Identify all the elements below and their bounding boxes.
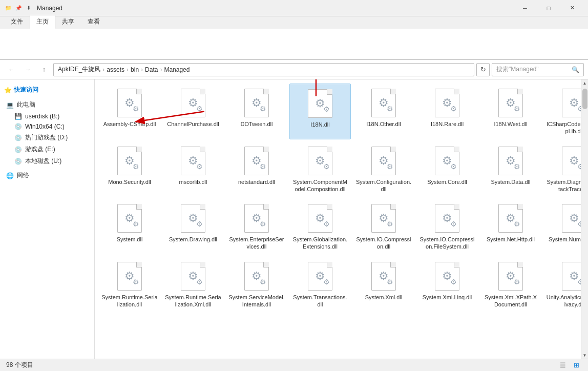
file-name: System.Configuration.dll bbox=[355, 178, 412, 193]
file-item[interactable]: ⚙⚙I18N.Rare.dll bbox=[416, 84, 478, 139]
right-scrollbar[interactable]: ▲ ▼ bbox=[581, 79, 588, 359]
title-bar-controls: ─ □ ✕ bbox=[513, 0, 584, 16]
path-segment-5: Managed bbox=[164, 66, 190, 73]
file-item[interactable]: ⚙⚙DOTween.dll bbox=[226, 84, 287, 139]
minimize-button[interactable]: ─ bbox=[513, 0, 537, 16]
file-icon: ⚙⚙ bbox=[241, 203, 272, 234]
file-item[interactable]: ⚙⚙System.Xml.dll bbox=[353, 257, 414, 313]
computer-icon: 💻 bbox=[6, 101, 14, 109]
file-item[interactable]: ⚙⚙System.Net.Http.dll bbox=[480, 199, 541, 255]
forward-button[interactable]: → bbox=[20, 63, 35, 77]
file-icon: ⚙⚙ bbox=[305, 261, 335, 292]
file-item[interactable]: ⚙⚙System.Configuration.dll bbox=[353, 141, 414, 197]
sidebar-drive-c[interactable]: 💿 Win10x64 (C:) bbox=[0, 121, 94, 132]
file-item[interactable]: ⚙⚙I18N.West.dll bbox=[480, 84, 541, 139]
file-name: Unity.Analytics.DataPrivacy.dll bbox=[546, 294, 581, 308]
file-item[interactable]: ⚙⚙System.Numerics.dll bbox=[543, 199, 581, 255]
file-item[interactable]: ⚙⚙Unity.Analytics.DataPrivacy.dll bbox=[543, 257, 581, 313]
file-icon: ⚙⚙ bbox=[495, 146, 526, 176]
file-name: Assembly-CSharp.dll bbox=[103, 120, 156, 128]
file-name: System.Diagnostics.StackTrace.dll bbox=[546, 178, 581, 193]
tab-share[interactable]: 共享 bbox=[55, 15, 81, 29]
file-name: System.Numerics.dll bbox=[549, 236, 581, 243]
file-name: System.Xml.Linq.dll bbox=[423, 294, 472, 301]
file-item[interactable]: ⚙⚙System.IO.Compression.dll bbox=[353, 199, 414, 255]
drive-d-label: 热门游戏盘 (D:) bbox=[25, 133, 68, 142]
tab-file[interactable]: 文件 bbox=[4, 15, 30, 29]
sidebar-drive-u[interactable]: 💿 本地磁盘 (U:) bbox=[0, 155, 94, 167]
file-icon: ⚙⚙ bbox=[432, 203, 463, 234]
file-name: System.Globalization.Extensions.dll bbox=[292, 236, 348, 251]
tab-view[interactable]: 查看 bbox=[81, 15, 107, 29]
network-label: 网络 bbox=[17, 171, 29, 180]
file-item[interactable]: ⚙⚙System.Diagnostics.StackTrace.dll bbox=[543, 141, 581, 197]
file-item[interactable]: ⚙⚙System.ServiceModel.Internals.dll bbox=[226, 257, 287, 313]
file-item[interactable]: ⚙⚙System.Core.dll bbox=[416, 141, 478, 197]
file-name: System.Runtime.Serialization.Xml.dll bbox=[165, 294, 221, 308]
title-bar-icons: 📁 📌 ⬇ bbox=[4, 4, 33, 12]
up-button[interactable]: ↑ bbox=[37, 63, 51, 77]
file-item[interactable]: ⚙⚙System.IO.Compression.FileSystem.dll bbox=[416, 199, 478, 255]
tab-home[interactable]: 主页 bbox=[30, 15, 55, 29]
address-bar: ← → ↑ ApkIDE_牛旋风 › assets › bin › Data ›… bbox=[0, 60, 588, 79]
file-icon: ⚙⚙ bbox=[495, 203, 526, 234]
file-icon: ⚙⚙ bbox=[178, 146, 208, 176]
address-path[interactable]: ApkIDE_牛旋风 › assets › bin › Data › Manag… bbox=[53, 63, 474, 76]
file-item[interactable]: ⚙⚙ICSharpCode.SharpZipLib.dll bbox=[543, 84, 581, 139]
close-button[interactable]: ✕ bbox=[560, 0, 584, 16]
refresh-button[interactable]: ↻ bbox=[476, 63, 490, 76]
file-item[interactable]: ⚙⚙System.Globalization.Extensions.dll bbox=[289, 199, 351, 255]
file-icon: ⚙⚙ bbox=[114, 146, 145, 176]
file-name: I18N.Rare.dll bbox=[431, 120, 464, 128]
sidebar-this-pc[interactable]: 💻 此电脑 bbox=[0, 98, 94, 111]
file-item[interactable]: ⚙⚙System.Xml.XPath.XDocument.dll bbox=[480, 257, 541, 313]
file-item[interactable]: ⚙⚙System.Drawing.dll bbox=[162, 199, 224, 255]
search-icon: 🔍 bbox=[572, 66, 579, 73]
back-button[interactable]: ← bbox=[4, 63, 18, 77]
file-icon: ⚙⚙ bbox=[432, 261, 463, 292]
file-item[interactable]: ⚙⚙mscorlib.dll bbox=[162, 141, 224, 197]
sidebar-drive-d[interactable]: 💿 热门游戏盘 (D:) bbox=[0, 132, 94, 143]
file-item[interactable]: ⚙⚙netstandard.dll bbox=[226, 141, 287, 197]
file-icon: ⚙⚙ bbox=[368, 203, 399, 234]
file-name: mscorlib.dll bbox=[179, 178, 207, 186]
arrow-icon: ⬇ bbox=[25, 4, 33, 12]
title-bar-title: Managed bbox=[37, 5, 513, 12]
list-view-button[interactable]: ☰ bbox=[557, 360, 569, 371]
file-item[interactable]: ⚙⚙I18N.Other.dll bbox=[353, 84, 414, 139]
file-item[interactable]: ⚙⚙I18N.dll bbox=[289, 84, 351, 139]
file-icon: ⚙⚙ bbox=[495, 261, 526, 292]
file-item[interactable]: ⚙⚙System.Transactions.dll bbox=[289, 257, 351, 313]
file-item[interactable]: ⚙⚙System.EnterpriseServices.dll bbox=[226, 199, 287, 255]
path-sep-1: › bbox=[102, 66, 104, 73]
maximize-button[interactable]: □ bbox=[537, 0, 560, 16]
file-icon: ⚙⚙ bbox=[559, 261, 581, 292]
scrollbar-down-arrow[interactable]: ▼ bbox=[581, 352, 589, 359]
file-item[interactable]: ⚙⚙Assembly-CSharp.dll bbox=[99, 84, 160, 139]
grid-view-button[interactable]: ⊞ bbox=[571, 360, 582, 371]
sidebar-section-quick-access: ⭐ 快速访问 bbox=[0, 84, 94, 96]
file-item[interactable]: ⚙⚙System.Data.dll bbox=[480, 141, 541, 197]
sidebar-network[interactable]: 🌐 网络 bbox=[0, 169, 94, 182]
file-item[interactable]: ⚙⚙System.dll bbox=[99, 199, 160, 255]
search-box[interactable]: 搜索"Managed" 🔍 bbox=[492, 63, 584, 76]
file-item[interactable]: ⚙⚙System.Xml.Linq.dll bbox=[416, 257, 478, 313]
item-count: 98 个项目 bbox=[6, 361, 33, 369]
scrollbar-up-arrow[interactable]: ▲ bbox=[581, 79, 589, 87]
scrollbar-thumb[interactable] bbox=[582, 89, 587, 109]
file-item[interactable]: ⚙⚙ChannelPurchase.dll bbox=[162, 84, 224, 139]
quick-access-label: 快速访问 bbox=[14, 86, 38, 94]
sidebar-quick-access[interactable]: ⭐ 快速访问 bbox=[0, 84, 94, 96]
file-icon: ⚙⚙ bbox=[559, 146, 581, 176]
file-item[interactable]: ⚙⚙System.ComponentModel.Composition.dll bbox=[289, 141, 351, 197]
file-item[interactable]: ⚙⚙Mono.Security.dll bbox=[99, 141, 160, 197]
file-icon: ⚙⚙ bbox=[241, 88, 272, 118]
sidebar-drive-e[interactable]: 💿 游戏盘 (E:) bbox=[0, 143, 94, 155]
sidebar-drive-b[interactable]: 💾 userdisk (B:) bbox=[0, 111, 94, 121]
file-icon: ⚙⚙ bbox=[241, 146, 272, 176]
file-item[interactable]: ⚙⚙System.Runtime.Serialization.Xml.dll bbox=[162, 257, 224, 313]
file-icon: ⚙⚙ bbox=[114, 203, 145, 234]
ribbon: 文件 主页 共享 查看 bbox=[0, 16, 588, 60]
status-bar-right: ☰ ⊞ bbox=[557, 360, 582, 371]
file-item[interactable]: ⚙⚙System.Runtime.Serialization.dll bbox=[99, 257, 160, 313]
